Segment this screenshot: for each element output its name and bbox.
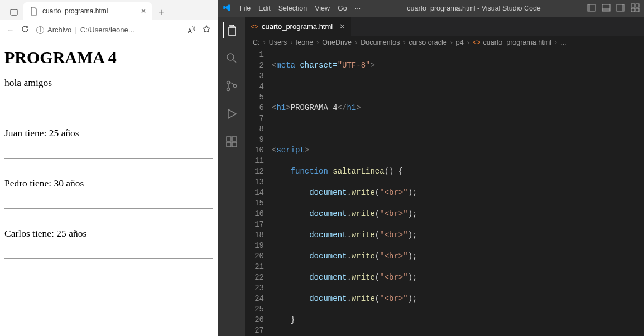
file-path: C:/Users/leone... <box>80 26 134 34</box>
layout-controls <box>587 3 640 14</box>
close-icon[interactable]: ✕ <box>339 22 345 31</box>
svg-rect-4 <box>602 8 610 11</box>
browser-tab[interactable]: cuarto_programa.html ✕ <box>23 2 152 20</box>
editor-tabs: <> cuarto_programa.html ✕ <box>245 17 644 36</box>
svg-rect-0 <box>11 9 17 15</box>
menu-go[interactable]: Go <box>338 4 347 12</box>
svg-rect-18 <box>232 142 237 147</box>
code-content[interactable]: <meta charset="UTF-8"> <h1>PROGRAMA 4</h… <box>272 49 644 336</box>
bc-item[interactable]: ... <box>560 39 566 46</box>
toggle-sidebar-icon[interactable] <box>587 3 596 14</box>
browser-window: cuarto_programa.html ✕ + ← i Archivo | C… <box>0 0 218 336</box>
svg-rect-8 <box>636 4 639 7</box>
address-bar[interactable]: i Archivo | C:/Users/leone... <box>36 26 181 34</box>
info-icon: i <box>36 26 44 34</box>
explorer-icon[interactable] <box>223 22 239 38</box>
vscode-window: File Edit Selection View Go ··· cuarto_p… <box>218 0 644 336</box>
bc-item[interactable]: p4 <box>456 39 464 46</box>
back-button[interactable]: ← <box>7 26 14 34</box>
menu-more[interactable]: ··· <box>355 4 361 12</box>
browser-tab-title: cuarto_programa.html <box>42 7 108 15</box>
menu-edit[interactable]: Edit <box>258 4 271 12</box>
bc-item[interactable]: Documentos <box>361 39 400 46</box>
editor-tab-label: cuarto_programa.html <box>262 22 333 31</box>
file-label: Archivo <box>47 26 71 34</box>
source-control-icon[interactable] <box>224 78 239 94</box>
svg-rect-15 <box>227 137 231 141</box>
favorite-button[interactable] <box>202 25 211 35</box>
svg-point-14 <box>234 85 237 88</box>
bc-item[interactable]: Users <box>269 39 287 46</box>
bc-item[interactable]: <> cuarto_programa.html <box>473 39 551 46</box>
menu-file[interactable]: File <box>239 4 251 12</box>
new-tab-button[interactable]: + <box>152 4 171 20</box>
refresh-button[interactable] <box>21 25 30 35</box>
vscode-logo-icon <box>223 3 232 14</box>
browser-tabbar: cuarto_programa.html ✕ + <box>0 0 218 20</box>
toggle-secondary-icon[interactable] <box>616 3 625 14</box>
browser-page: PROGRAMA 4 hola amigos Juan tiene: 25 añ… <box>0 40 218 336</box>
extensions-icon[interactable] <box>224 134 239 150</box>
read-aloud-button[interactable]: A)) <box>188 26 195 34</box>
bc-item[interactable]: leone <box>296 39 314 46</box>
svg-rect-16 <box>232 137 237 141</box>
page-line: Pedro tiene: 30 años <box>4 177 213 189</box>
line-gutter: 1234567891011121314151617181920212223242… <box>245 49 272 336</box>
bc-item[interactable]: OneDrive <box>322 39 352 46</box>
code-editor[interactable]: 1234567891011121314151617181920212223242… <box>245 49 644 336</box>
browser-toolbar: ← i Archivo | C:/Users/leone... A)) <box>0 20 218 40</box>
window-title: cuarto_programa.html - Visual Studio Cod… <box>368 4 579 12</box>
svg-rect-2 <box>588 4 590 11</box>
svg-rect-17 <box>227 142 231 147</box>
svg-rect-7 <box>631 4 635 7</box>
search-icon[interactable] <box>224 50 239 66</box>
toggle-panel-icon[interactable] <box>602 3 611 14</box>
menu-selection[interactable]: Selection <box>278 4 307 12</box>
svg-point-12 <box>227 81 230 84</box>
html-file-icon: <> <box>251 23 258 31</box>
tab-actions-button[interactable] <box>4 4 23 20</box>
svg-rect-9 <box>631 8 635 12</box>
menu-view[interactable]: View <box>315 4 330 12</box>
activity-bar <box>218 17 245 336</box>
editor-tab[interactable]: <> cuarto_programa.html ✕ <box>245 17 351 36</box>
page-line: hola amigos <box>4 77 213 89</box>
svg-point-11 <box>227 54 234 60</box>
page-line: Carlos tiene: 25 años <box>4 228 213 239</box>
page-line: Juan tiene: 25 años <box>4 127 213 139</box>
customize-layout-icon[interactable] <box>631 3 640 14</box>
page-heading: PROGRAMA 4 <box>4 48 213 67</box>
bc-item[interactable]: C: <box>253 39 260 46</box>
svg-rect-10 <box>636 8 639 12</box>
page-icon <box>29 7 38 16</box>
close-icon[interactable]: ✕ <box>141 7 146 15</box>
breadcrumb[interactable]: C:› Users› leone› OneDrive› Documentos› … <box>245 36 644 49</box>
addr-divider: | <box>75 26 76 34</box>
svg-rect-6 <box>622 4 624 11</box>
run-icon[interactable] <box>224 106 239 122</box>
bc-item[interactable]: curso oracle <box>409 39 447 46</box>
vscode-titlebar: File Edit Selection View Go ··· cuarto_p… <box>218 0 644 17</box>
svg-point-13 <box>227 88 230 91</box>
